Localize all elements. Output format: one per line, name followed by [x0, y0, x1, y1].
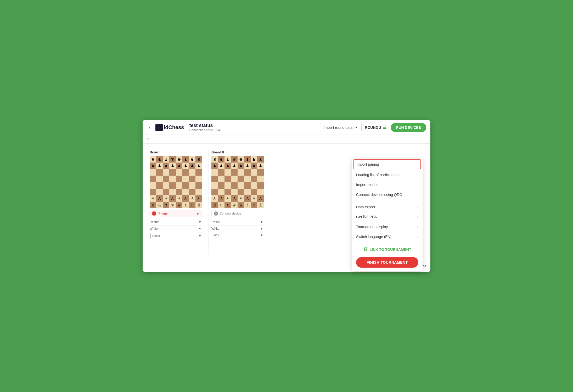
chess-square [182, 176, 189, 182]
board-dots-2[interactable]: ··· [258, 150, 263, 154]
chess-square [238, 189, 244, 195]
white-field-2[interactable]: White ▼ [209, 225, 266, 232]
chess-board-2: ♜♞♝♛♚♝♞♜♟♟♟♟♟♟♟♟♙♙♙♙♙♙♙♙♖♘♗♕♔♗♘♖ [211, 156, 264, 208]
chess-square: ♚ [238, 156, 244, 163]
chess-square [182, 189, 189, 195]
board-dots-1[interactable]: ··· [196, 150, 201, 154]
chess-square [231, 182, 238, 189]
chess-square: ♜ [150, 156, 156, 163]
data-export-item[interactable]: Data export › [352, 202, 423, 212]
board-label-2: Board 8 [211, 150, 224, 154]
chess-square [238, 176, 244, 182]
chevron-right-icon-3: › [417, 225, 418, 229]
black-field-1[interactable]: Black ▼ [147, 232, 204, 240]
chess-square [182, 182, 189, 189]
result-field-1[interactable]: Result ▼ [147, 219, 204, 225]
toolbar: ≡ [143, 135, 430, 144]
chess-square [176, 169, 182, 176]
run-devices-button[interactable]: RUN DEVICES [391, 123, 426, 132]
loading-list-item[interactable]: Loading list of participants [352, 170, 423, 180]
black-field-2[interactable]: Black ▼ [209, 232, 266, 238]
chess-square: ♗ [163, 202, 169, 208]
main-content: Board ··· ♜♞♝♛♚♝♞♜♟♟♟♟♟♟♟♟♙♙♙♙♙♙♙♙♖♘♗♕♔♗… [143, 144, 430, 260]
chess-square [211, 169, 218, 176]
chess-square: ♙ [211, 195, 218, 202]
device-connect-2: ? Connect device [211, 210, 263, 217]
chess-square: ♙ [257, 195, 264, 202]
import-round-data-button[interactable]: Import round data ▼ [320, 123, 362, 132]
header: ‹ i idChess test status Connection code:… [143, 120, 430, 135]
chess-square [163, 169, 169, 176]
chess-square [176, 189, 182, 195]
chess-square: ♞ [189, 156, 195, 163]
white-field-1[interactable]: White ▼ [147, 225, 204, 232]
black-chevron-2: ▼ [260, 233, 263, 237]
chess-square [189, 169, 195, 176]
chess-square [251, 176, 257, 182]
chess-square: ♙ [189, 195, 195, 202]
chevron-right-icon-2: › [417, 215, 418, 219]
chess-square [218, 189, 224, 195]
chess-square: ♗ [182, 202, 189, 208]
connect-devices-qrc-item[interactable]: Connect devices using QRC [352, 190, 423, 200]
chess-square: ♞ [218, 156, 224, 163]
chess-square: ♟ [169, 163, 176, 169]
chess-square [218, 182, 224, 189]
chess-square: ♙ [238, 195, 244, 202]
chess-square [251, 169, 257, 176]
chess-square [195, 189, 202, 195]
chess-square [195, 176, 202, 182]
chess-square [224, 182, 231, 189]
hamburger-menu-button[interactable]: ≡ [147, 136, 150, 142]
divider-1 [352, 201, 423, 201]
chess-square [244, 176, 251, 182]
chess-square: ♗ [224, 202, 231, 208]
chess-square: ♕ [169, 202, 176, 208]
result-field-2[interactable]: Result ▼ [209, 219, 266, 225]
chess-square: ♟ [251, 163, 257, 169]
chess-square: ♘ [218, 202, 224, 208]
white-label-2: White [211, 227, 220, 230]
list-icon: ☰ [383, 125, 386, 130]
chess-square: ♛ [231, 156, 238, 163]
get-live-pgn-item[interactable]: Get live PGN › [352, 212, 423, 222]
switch-language-item[interactable]: Switch language (EN) › [352, 232, 423, 242]
chess-square: ♟ [195, 163, 202, 169]
board-label-1: Board [150, 150, 160, 154]
chess-square [169, 169, 176, 176]
chess-square: ♝ [244, 156, 251, 163]
tournament-display-item[interactable]: Tournament display › [352, 222, 423, 232]
black-label-1: Black [152, 234, 160, 238]
chess-square [238, 169, 244, 176]
chess-square: ♘ [156, 202, 163, 208]
chess-square: ♘ [189, 202, 195, 208]
tournament-display-label: Tournament display [356, 225, 388, 229]
chess-square [156, 189, 163, 195]
chevron-down-icon: ▼ [355, 126, 358, 129]
back-button[interactable]: ‹ [147, 123, 153, 131]
chess-square [156, 169, 163, 176]
import-results-item[interactable]: Import results [352, 180, 423, 190]
chess-square: ♙ [182, 195, 189, 202]
device-label-2: Connect device [220, 212, 241, 215]
play-icon-1[interactable]: ▶ [197, 212, 199, 215]
black-label-2: Black [211, 233, 219, 237]
chess-square [218, 169, 224, 176]
chess-square: ♝ [224, 156, 231, 163]
chess-square [238, 182, 244, 189]
import-pairing-item[interactable]: Import pairing [353, 159, 421, 169]
white-chevron-1: ▼ [198, 227, 201, 230]
finish-tournament-button[interactable]: FINISH TOURNAMENT [356, 257, 418, 268]
chess-square [257, 169, 264, 176]
chess-square: ♙ [163, 195, 169, 202]
chess-square: ♟ [176, 163, 182, 169]
board-header-1: Board ··· [147, 148, 204, 156]
chess-square: ♘ [251, 202, 257, 208]
link-to-tournament-button[interactable]: ⛓ LINK TO TOURNAMENT [352, 244, 423, 255]
chess-square: ♞ [251, 156, 257, 163]
data-export-label: Data export [356, 205, 375, 209]
chess-square [257, 176, 264, 182]
chess-square [189, 176, 195, 182]
white-label-1: White [150, 227, 158, 230]
link-icon: ⛓ [363, 247, 368, 252]
